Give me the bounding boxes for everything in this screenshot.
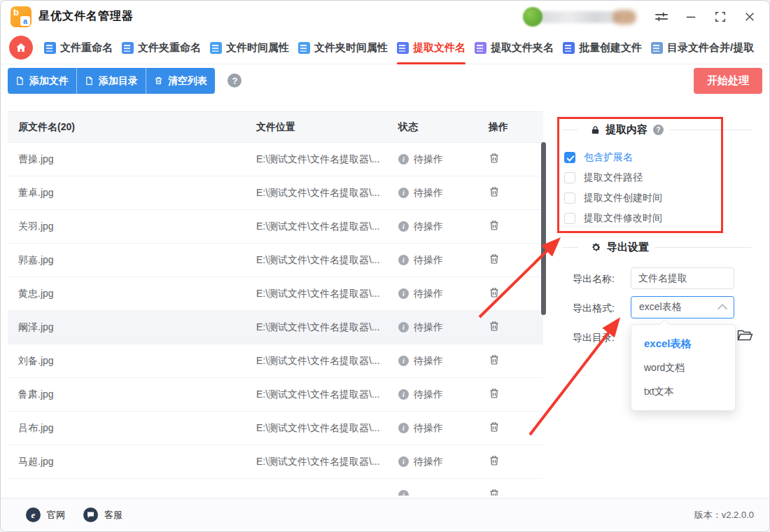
user-account[interactable]	[523, 7, 636, 27]
file-path: E:\测试文件\文件名提取器\...	[256, 288, 398, 300]
file-path: E:\测试文件\文件名提取器\...	[256, 355, 398, 368]
home-button[interactable]	[9, 36, 33, 59]
checkbox[interactable]	[564, 213, 575, 224]
info-icon: i	[398, 356, 409, 366]
browse-folder-icon[interactable]	[736, 327, 753, 344]
maximize-button[interactable]	[713, 10, 727, 24]
tab-label: 批量创建文件	[579, 41, 642, 55]
batch-create-file-icon	[563, 42, 575, 54]
status-text: 待操作	[414, 388, 443, 401]
info-icon: i	[398, 221, 409, 232]
tab-folder-rename[interactable]: 文件夹重命名	[122, 32, 201, 64]
file-table: 原文件名(20) 文件位置 状态 操作 曹操.jpgE:\测试文件\文件名提取器…	[8, 111, 543, 496]
tab-folder-time[interactable]: 文件夹时间属性	[298, 32, 388, 64]
tab-extract-file-name[interactable]: 提取文件名	[397, 32, 465, 64]
delete-icon[interactable]	[489, 220, 500, 231]
file-status: i待操作	[398, 187, 480, 200]
extract-help-icon[interactable]: ?	[653, 125, 664, 135]
checkbox-checked[interactable]	[564, 152, 575, 163]
minimize-button[interactable]	[684, 10, 698, 24]
tab-file-time[interactable]: 文件时间属性	[210, 32, 289, 64]
export-section-header: 导出设置	[563, 239, 752, 255]
settings-panel: 提取内容 ? 包含扩展名提取文件路径提取文件创建时间提取文件修改时间 导出设置 …	[557, 111, 760, 496]
status-text: 待操作	[414, 321, 443, 334]
header-status: 状态	[398, 121, 480, 134]
user-badge-blurred	[612, 10, 636, 24]
delete-icon[interactable]	[489, 354, 500, 365]
delete-icon[interactable]	[489, 489, 500, 496]
file-path: E:\测试文件\文件名提取器\...	[256, 220, 398, 233]
settings-sliders-icon[interactable]	[654, 10, 668, 24]
extract-option-2[interactable]: 提取文件路径	[564, 170, 643, 186]
file-name: 关羽.jpg	[8, 220, 256, 233]
official-website-link[interactable]: e 官网	[26, 507, 65, 522]
extract-option-1[interactable]: 包含扩展名	[564, 150, 633, 165]
dropdown-option[interactable]: excel表格	[631, 332, 735, 356]
export-name-input[interactable]	[631, 267, 734, 289]
tab-label: 文件夹时间属性	[314, 41, 388, 55]
delete-icon[interactable]	[489, 253, 500, 265]
home-icon	[15, 41, 27, 54]
delete-icon[interactable]	[489, 388, 500, 399]
tab-batch-create-file[interactable]: 批量创建文件	[563, 32, 642, 64]
folder-time-icon	[298, 42, 310, 54]
file-status: i	[398, 490, 480, 496]
export-format-value: excel表格	[639, 301, 682, 314]
file-path: E:\测试文件\文件名提取器\...	[256, 321, 398, 334]
info-icon: i	[398, 154, 409, 164]
avatar[interactable]	[523, 7, 542, 27]
option-label: 提取文件修改时间	[584, 212, 662, 225]
status-text: 待操作	[414, 355, 443, 368]
table-row: 吕布.jpgE:\测试文件\文件名提取器\...i待操作	[8, 412, 543, 445]
clear-list-button[interactable]: 清空列表	[146, 68, 215, 94]
file-status: i待操作	[398, 153, 480, 166]
tab-bar: 文件重命名文件夹重命名文件时间属性文件夹时间属性提取文件名提取文件夹名批量创建文…	[1, 32, 769, 64]
info-icon: i	[398, 288, 409, 299]
delete-icon[interactable]	[489, 455, 500, 466]
checkbox[interactable]	[564, 192, 575, 204]
file-name: 马超.jpg	[8, 456, 256, 468]
table-header: 原文件名(20) 文件位置 状态 操作	[8, 111, 543, 143]
close-button[interactable]	[743, 10, 757, 24]
help-icon[interactable]: ?	[227, 74, 241, 88]
tab-extract-folder-name[interactable]: 提取文件夹名	[475, 32, 554, 64]
file-name: 曹操.jpg	[8, 153, 256, 166]
table-scrollbar[interactable]	[541, 142, 546, 315]
delete-icon[interactable]	[489, 287, 500, 298]
delete-icon[interactable]	[489, 186, 500, 197]
user-name-blurred	[537, 11, 620, 23]
delete-icon[interactable]	[489, 421, 500, 433]
file-path: E:\测试文件\文件名提取器\...	[256, 456, 398, 468]
add-file-button[interactable]: 添加文件	[8, 68, 76, 94]
status-text: 待操作	[414, 422, 443, 435]
tab-label: 文件重命名	[60, 41, 113, 55]
export-name-label: 导出名称:	[573, 273, 615, 286]
app-window: b a 星优文件名管理器	[0, 0, 770, 532]
info-icon: i	[398, 456, 409, 467]
status-text: 待操作	[414, 288, 443, 300]
customer-service-link[interactable]: 客服	[83, 507, 122, 522]
delete-icon[interactable]	[489, 153, 500, 164]
extract-file-name-icon	[397, 42, 409, 54]
extract-option-4[interactable]: 提取文件修改时间	[564, 211, 662, 226]
file-status: i待操作	[398, 288, 480, 300]
title-bar: b a 星优文件名管理器	[1, 1, 769, 32]
info-icon: i	[398, 490, 409, 496]
dropdown-options: excel表格word文档txt文本	[631, 332, 735, 403]
dropdown-option[interactable]: txt文本	[631, 379, 735, 403]
table-row: i	[8, 479, 543, 496]
table-body: 曹操.jpgE:\测试文件\文件名提取器\...i待操作董卓.jpgE:\测试文…	[8, 143, 543, 496]
tab-merge-extract[interactable]: 目录文件合并/提取	[651, 32, 754, 64]
table-row: 郭嘉.jpgE:\测试文件\文件名提取器\...i待操作	[8, 244, 543, 277]
tab-label: 目录文件合并/提取	[667, 41, 754, 55]
export-format-select[interactable]: excel表格	[631, 296, 734, 318]
checkbox[interactable]	[564, 172, 575, 183]
start-processing-button[interactable]: 开始处理	[694, 68, 762, 94]
extract-option-3[interactable]: 提取文件创建时间	[564, 190, 662, 206]
info-icon: i	[398, 423, 409, 433]
tab-file-rename[interactable]: 文件重命名	[44, 32, 113, 64]
add-directory-button[interactable]: 添加目录	[76, 68, 146, 94]
dropdown-option[interactable]: word文档	[631, 356, 735, 379]
table-row: 鲁肃.jpgE:\测试文件\文件名提取器\...i待操作	[8, 378, 543, 412]
delete-icon[interactable]	[489, 321, 500, 332]
